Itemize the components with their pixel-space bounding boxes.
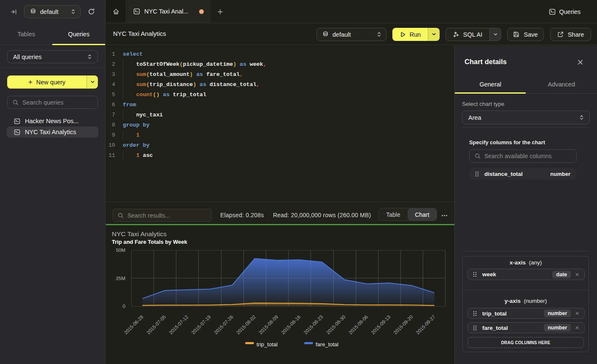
- svg-text:2015-07-12: 2015-07-12: [168, 314, 189, 335]
- svg-text:2015-08-16: 2015-08-16: [280, 314, 301, 335]
- svg-text:50M: 50M: [116, 248, 125, 253]
- svg-text:Trip and Fare Totals by Week: Trip and Fare Totals by Week: [112, 239, 187, 245]
- svg-text:trip_total: trip_total: [257, 341, 278, 348]
- svg-text:2015-08-23: 2015-08-23: [303, 314, 324, 335]
- svg-text:2015-09-27: 2015-09-27: [415, 314, 436, 335]
- svg-text:2015-07-05: 2015-07-05: [146, 314, 167, 335]
- svg-text:2015-09-13: 2015-09-13: [370, 314, 391, 335]
- svg-text:fare_total: fare_total: [316, 341, 338, 348]
- svg-text:2015-08-30: 2015-08-30: [325, 314, 346, 335]
- svg-text:2015-09-20: 2015-09-20: [393, 314, 414, 335]
- svg-text:2015-06-28: 2015-06-28: [123, 314, 144, 335]
- svg-text:2015-08-02: 2015-08-02: [235, 314, 257, 335]
- svg-text:2015-07-26: 2015-07-26: [213, 314, 234, 335]
- svg-text:0: 0: [123, 304, 125, 309]
- svg-text:25M: 25M: [116, 276, 125, 281]
- svg-text:2015-08-09: 2015-08-09: [258, 314, 279, 335]
- svg-text:2015-09-06: 2015-09-06: [348, 314, 369, 335]
- svg-text:2015-07-19: 2015-07-19: [191, 314, 212, 335]
- svg-text:NYC Taxi Analytics: NYC Taxi Analytics: [112, 230, 167, 237]
